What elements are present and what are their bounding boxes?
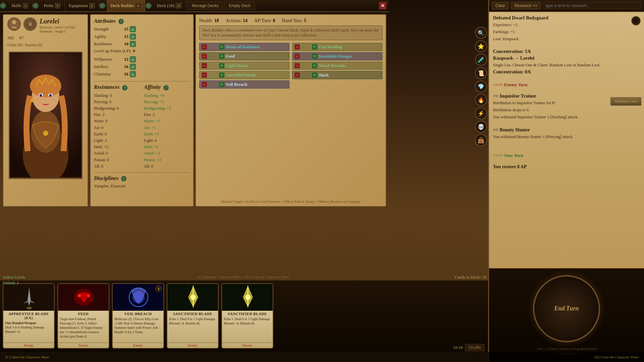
search-icon-btn[interactable]: 🔍: [475, 27, 487, 39]
deck-card-sanctified-blade[interactable]: − 2/3 + Sanctified Blade: [199, 71, 289, 79]
attributes-help-icon[interactable]: ?: [118, 19, 124, 24]
inquisitor-text2: Retribution drops to 0.: [493, 107, 640, 113]
game-hints: [C] Open the Character Sheet // [X] Clos…: [0, 275, 486, 279]
mend-plus-button[interactable]: +: [312, 63, 317, 68]
hand-card-sanctified-blade-2[interactable]: Sanctified Blade Echo 1. Deal 0 to 1 Lig…: [221, 283, 273, 349]
random-loot-button[interactable]: Random Loot: [610, 97, 641, 106]
willpower-plus-button[interactable]: ▲: [130, 56, 136, 62]
deck-card-insatiable-hunger[interactable]: − 2/3 + Insatiable Hunger: [292, 52, 382, 60]
charisma-plus-button[interactable]: ▲: [130, 71, 136, 77]
clear-research-button[interactable]: Clear: [492, 2, 509, 9]
tab-deck[interactable]: Deck (18) D: [153, 0, 186, 11]
deck-card-columns: − 3/3 + Beam of Darkness − 2/3 + Feed − …: [199, 43, 382, 88]
gem-icon-btn[interactable]: 💎: [475, 80, 487, 93]
flask-icon-btn[interactable]: 🧪: [475, 54, 487, 66]
affin-dark: Dark: +4: [144, 144, 190, 150]
svg-point-20: [87, 294, 90, 297]
affin-bludgeoning: Bludgeoning: +2: [144, 105, 190, 112]
strength-plus-button[interactable]: ▲: [130, 26, 136, 32]
character-portrait-section: ♛ Lorelei Exorcist, Level 1 (2/50) Ironm…: [3, 14, 88, 207]
loot-item-2: Farthings: +5: [493, 29, 640, 35]
affin-fire: Fire: 2: [144, 112, 190, 118]
lightning-icon-btn[interactable]: ⚡: [475, 107, 487, 119]
manage-decks-button[interactable]: Manage Decks: [187, 2, 223, 10]
slash-plus-button[interactable]: +: [312, 72, 317, 78]
affinity-help-icon[interactable]: ?: [163, 85, 169, 90]
perks-help-icon[interactable]: ?: [33, 3, 39, 9]
tab-equipment[interactable]: Equipment E: [65, 0, 99, 11]
light-beam-minus-button[interactable]: −: [202, 63, 207, 68]
star-icon-btn[interactable]: ⭐: [475, 40, 487, 52]
fast-healing-minus-button[interactable]: −: [294, 44, 300, 50]
veil-plus-button[interactable]: +: [219, 82, 224, 87]
beam-minus-button[interactable]: −: [202, 44, 207, 50]
attr-strength: Strength 15 ▲: [94, 26, 190, 32]
deck-help-icon[interactable]: ?: [99, 3, 105, 9]
card-title-veil-breach: Veil Breach: [113, 311, 163, 316]
deck2-help-icon[interactable]: ?: [146, 3, 152, 9]
hand-card-feed[interactable]: Feed Target non-Undead, Primal Piercing …: [57, 283, 109, 349]
tab-deck-builder[interactable]: Deck Builder B: [107, 0, 146, 11]
hand-card-apprentice-blade[interactable]: Apprentice Blade (Ex) One-Handed Weapon …: [3, 283, 55, 349]
light-beam-plus-button[interactable]: +: [219, 63, 224, 68]
resilience-plus-button[interactable]: ▲: [130, 41, 136, 47]
sanctified-plus-button[interactable]: +: [219, 72, 224, 78]
affin-all: All: 0: [144, 163, 190, 170]
right-panel-toolbar: Clear Research =>: [489, 0, 644, 12]
bounty-text: You withstand Bounty Hunter 's [Piercing…: [493, 134, 640, 140]
affin-astral: Astral: +2: [144, 150, 190, 157]
feed-plus-button[interactable]: +: [219, 54, 224, 59]
resist-piercing: Piercing: 0: [94, 99, 140, 105]
deck-card-mend-wounds[interactable]: − 2/3 + Mend Wounds: [292, 62, 382, 70]
disciplines-help-icon[interactable]: ?: [121, 176, 126, 181]
deck-card-beam-of-darkness[interactable]: − 3/3 + Beam of Darkness: [199, 43, 289, 51]
skull-icon-btn[interactable]: 💀: [475, 121, 487, 133]
resist-poison: Poison: 0: [94, 157, 140, 163]
deck-card-feed[interactable]: − 2/3 + Feed: [199, 52, 289, 60]
slash-minus-button[interactable]: −: [294, 72, 300, 78]
gold-value: 87: [19, 35, 24, 41]
end-turn-button[interactable]: End Turn: [533, 275, 600, 342]
card-body-sanctified-1: Echo 1. Deal 0 to 1 Light Damage. Blesse…: [167, 316, 218, 343]
deck-card-veil-breach[interactable]: − 2/3 + Veil Breach: [199, 80, 289, 88]
feed-minus-button[interactable]: −: [202, 54, 207, 59]
shuffle-button[interactable]: Shuffle: [465, 344, 485, 351]
cards-in-deck-counter: Cards in Deck: 18: [455, 275, 486, 280]
intellect-plus-button[interactable]: ▲: [130, 64, 136, 70]
deck-card-slash[interactable]: − 1/3 + Slash: [292, 71, 382, 79]
disciplines-values: Vampire, Exorcist: [94, 183, 190, 189]
deck-card-light-beam[interactable]: − 3/3 + Light Beam: [199, 62, 289, 70]
attr-agility: Agility 15 ▲: [94, 34, 190, 40]
card-footer-sanctified-2: Enemy: [222, 343, 273, 348]
gear-icon[interactable]: ⚙: [631, 16, 641, 25]
bag-icon-btn[interactable]: 👜: [475, 134, 487, 146]
tab-skills[interactable]: Skills S: [7, 0, 33, 11]
insatiable-plus-button[interactable]: +: [312, 54, 317, 59]
fast-healing-plus-button[interactable]: +: [312, 44, 317, 50]
agility-plus-button[interactable]: ▲: [130, 34, 136, 40]
veil-minus-button[interactable]: −: [202, 82, 207, 87]
card-footer-veil-breach: Enemy: [113, 343, 163, 348]
scroll-icon-btn[interactable]: 📜: [475, 67, 487, 79]
research-input[interactable]: [543, 2, 641, 9]
tab-perks[interactable]: Perks P: [40, 0, 65, 11]
research-button[interactable]: Research =>: [511, 2, 541, 9]
footer-close-sheet: [X] Close the Character Sheet: [594, 355, 639, 360]
resist-dark: Dark: +2: [94, 144, 140, 150]
mend-minus-button[interactable]: −: [294, 63, 300, 68]
empty-deck-button[interactable]: Empty Deck: [224, 2, 255, 10]
skills-help-icon[interactable]: ?: [0, 3, 6, 9]
ap-counter-area: 10/18 Shuffle: [453, 344, 485, 351]
concentration2: Concentration: 0/6: [493, 69, 640, 75]
deck-card-fast-healing[interactable]: − 1/3 + Fast Healing: [292, 43, 382, 51]
resistances-help-icon[interactable]: ?: [122, 85, 127, 90]
affin-water: Water: +1: [144, 118, 190, 124]
fire-icon-btn[interactable]: 🔥: [475, 94, 487, 106]
beam-plus-button[interactable]: +: [219, 44, 224, 50]
top-nav-bar: ? Skills S ? Perks P Equipment E ? Deck …: [0, 0, 389, 12]
close-button[interactable]: ✕: [379, 2, 386, 9]
hand-card-sanctified-blade-1[interactable]: Sanctified Blade Echo 1. Deal 0 to 1 Lig…: [167, 283, 219, 349]
insatiable-minus-button[interactable]: −: [294, 54, 300, 59]
sanctified-minus-button[interactable]: −: [202, 72, 207, 78]
hand-card-veil-breach[interactable]: 6 Veil Breach Multicast (2). (You or All…: [112, 283, 164, 349]
